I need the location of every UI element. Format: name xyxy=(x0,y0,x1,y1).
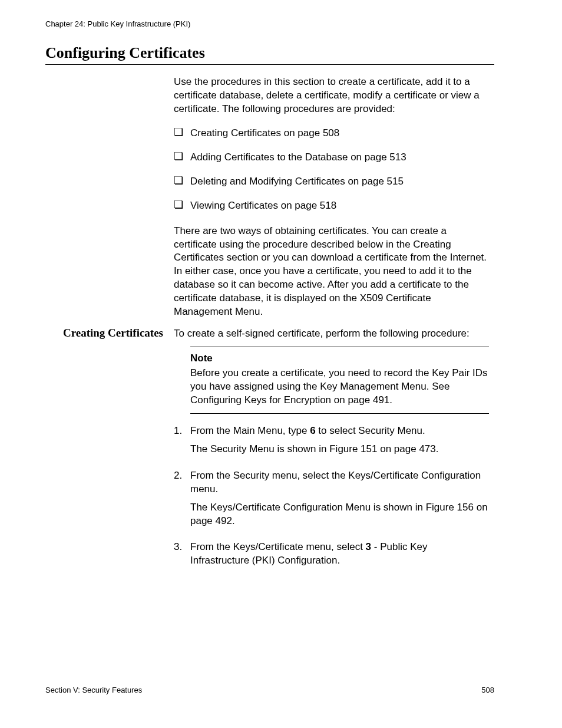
overview-paragraph: There are two ways of obtaining certific… xyxy=(174,225,489,319)
footer-page-number: 508 xyxy=(481,686,494,694)
list-item: ❏ Creating Certificates on page 508 xyxy=(174,127,489,140)
step-followup: The Keys/Certificate Configuration Menu … xyxy=(190,501,489,528)
checkbox-icon: ❏ xyxy=(174,151,183,163)
step-text: From the Keys/Certificate menu, select 3… xyxy=(190,541,489,568)
step-item: From the Main Menu, type 6 to select Sec… xyxy=(174,424,489,456)
note-body: Before you create a certificate, you nee… xyxy=(190,367,488,406)
list-item-text: Deleting and Modifying Certificates on p… xyxy=(190,176,404,187)
note-box: Note Before you create a certificate, yo… xyxy=(190,347,489,414)
list-item-text: Creating Certificates on page 508 xyxy=(190,127,339,139)
body-column: Use the procedures in this section to cr… xyxy=(174,75,489,581)
step-item: From the Keys/Certificate menu, select 3… xyxy=(174,541,489,568)
step-fragment: From the Main Menu, type xyxy=(190,425,310,436)
side-heading: Creating Certificates xyxy=(45,326,163,340)
page-heading: Configuring Certificates xyxy=(45,44,494,65)
step-fragment: From the Keys/Certificate menu, select xyxy=(190,541,366,552)
list-item-text: Adding Certificates to the Database on p… xyxy=(190,151,406,163)
procedure-lead-in: To create a self-signed certificate, per… xyxy=(174,327,489,341)
running-head: Chapter 24: Public Key Infrastructure (P… xyxy=(45,19,190,28)
checkbox-icon: ❏ xyxy=(174,199,183,211)
list-item: ❏ Viewing Certificates on page 518 xyxy=(174,199,489,213)
step-fragment: to select Security Menu. xyxy=(316,425,425,436)
subsection-anchor: To create a self-signed certificate, per… xyxy=(174,327,489,568)
intro-paragraph: Use the procedures in this section to cr… xyxy=(174,75,489,116)
step-bold: 6 xyxy=(310,425,315,436)
step-text: From the Main Menu, type 6 to select Sec… xyxy=(190,424,489,438)
checkbox-icon: ❏ xyxy=(174,175,183,187)
page: Chapter 24: Public Key Infrastructure (P… xyxy=(0,0,562,728)
step-bold: 3 xyxy=(366,541,371,552)
step-text: From the Security menu, select the Keys/… xyxy=(190,469,489,496)
list-item: ❏ Deleting and Modifying Certificates on… xyxy=(174,175,489,189)
checkbox-icon: ❏ xyxy=(174,127,183,139)
footer-section: Section V: Security Features xyxy=(45,686,142,694)
procedure-list: ❏ Creating Certificates on page 508 ❏ Ad… xyxy=(174,127,489,213)
steps-list: From the Main Menu, type 6 to select Sec… xyxy=(174,424,489,568)
list-item-text: Viewing Certificates on page 518 xyxy=(190,200,336,211)
list-item: ❏ Adding Certificates to the Database on… xyxy=(174,151,489,164)
step-item: From the Security menu, select the Keys/… xyxy=(174,469,489,528)
step-followup: The Security Menu is shown in Figure 151… xyxy=(190,443,489,456)
note-label: Note xyxy=(190,352,489,365)
